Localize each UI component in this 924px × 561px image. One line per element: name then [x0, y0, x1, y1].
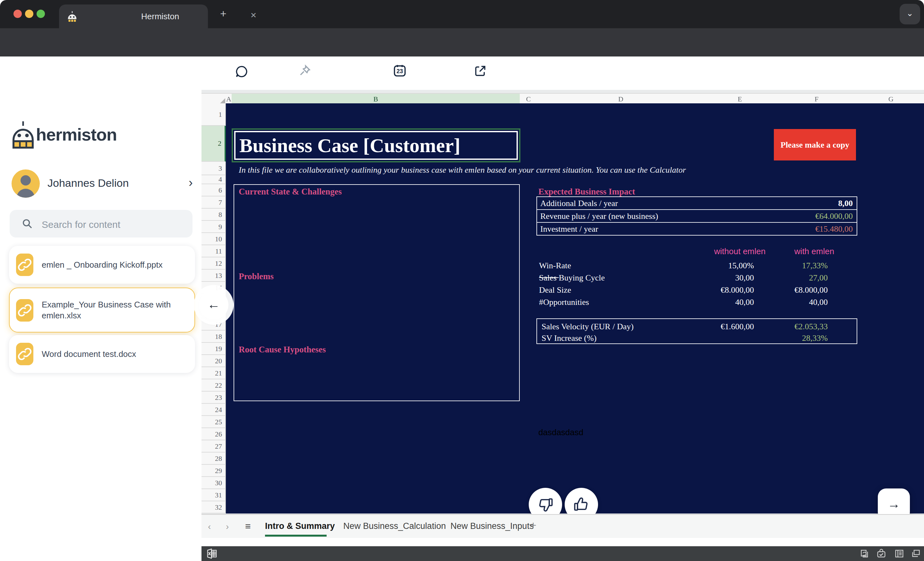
file-card-xlsx-selected[interactable]: Example_Your Business Case with emlen.xl… [9, 288, 195, 333]
row-header[interactable]: 19 [201, 343, 226, 355]
root-cause-heading[interactable]: Root Cause Hypotheses [239, 345, 326, 355]
row-header-2[interactable]: 2 [201, 126, 226, 162]
file-name: emlen _ Onboarding Kickoff.pptx [42, 260, 186, 270]
velocity-with-value[interactable]: €2.053,33 [749, 320, 828, 333]
sheet-tab-intro-summary[interactable]: Intro & Summary [265, 521, 335, 531]
search-box[interactable] [10, 210, 192, 237]
sheet-subtitle-cell[interactable]: In this file we are collaboratively outl… [239, 165, 686, 175]
row-header[interactable]: 12 [201, 257, 226, 270]
row-header[interactable]: 13 [201, 270, 226, 282]
column-header-a[interactable]: A [226, 93, 232, 104]
tabs-scroll-right-icon[interactable]: › [226, 521, 229, 531]
column-header-f[interactable]: F [775, 93, 858, 104]
new-tab-button[interactable]: + [216, 6, 231, 22]
velocity-without-value[interactable]: €1.600,00 [675, 320, 754, 333]
refresh-pages-icon[interactable] [860, 549, 870, 558]
row-header-1[interactable]: 1 [201, 104, 226, 126]
problems-heading[interactable]: Problems [239, 272, 274, 282]
row-header[interactable]: 8 [201, 208, 226, 221]
comparison-without-value[interactable]: 40,00 [675, 296, 754, 308]
reading-view-icon[interactable] [894, 549, 904, 558]
row-header[interactable]: 24 [201, 404, 226, 416]
with-emlen-header[interactable]: with emlen [779, 246, 850, 256]
sv-increase-label[interactable]: SV Increase (%) [542, 332, 596, 344]
column-header-e[interactable]: E [705, 93, 776, 104]
column-header-c[interactable]: C [520, 93, 538, 104]
sv-increase-with-value[interactable]: 28,33% [749, 332, 828, 344]
excel-logo-icon [207, 548, 218, 559]
comparison-label[interactable]: #Opportunities [539, 296, 589, 308]
impact-row[interactable]: Additional Deals / year 8,00 [537, 197, 856, 210]
sheet-tab-calculation[interactable]: New Business_Calculation [343, 521, 446, 531]
impact-row[interactable]: Revenue plus / year (new business) €64.0… [537, 210, 856, 223]
comparison-label[interactable]: Deal Size [539, 284, 571, 296]
comparison-with-value[interactable]: 27,00 [749, 272, 828, 284]
row-header[interactable]: 11 [201, 245, 226, 257]
sheet-title-cell[interactable]: Business Case [Customer] [239, 134, 460, 157]
row-header[interactable]: 6 [201, 184, 226, 196]
sheet-canvas[interactable]: Business Case [Customer] In this file we… [226, 104, 924, 513]
comparison-without-value[interactable]: 15,00% [675, 260, 754, 272]
column-header-d[interactable]: D [537, 93, 705, 104]
row-header-4[interactable]: 4 [201, 175, 226, 184]
sheet-list-menu-icon[interactable]: ≡ [245, 520, 251, 531]
sheet-tab-inputs[interactable]: New Business_Inputs [450, 521, 534, 531]
pin-icon[interactable] [298, 64, 311, 78]
row-header[interactable]: 28 [201, 453, 226, 465]
row-header[interactable]: 26 [201, 428, 226, 440]
row-header[interactable]: 32 [201, 501, 226, 513]
workbook-check-icon[interactable] [876, 549, 886, 558]
user-chevron-right-icon[interactable]: › [189, 176, 193, 190]
row-header[interactable]: 21 [201, 367, 226, 380]
comparison-label[interactable]: Win-Rate [539, 260, 571, 272]
tabs-scroll-left-icon[interactable]: ‹ [208, 521, 211, 531]
window-minimize-button[interactable] [25, 10, 33, 18]
comparison-without-value[interactable]: 30,00 [675, 272, 754, 284]
search-input[interactable] [40, 210, 188, 239]
row-header[interactable]: 27 [201, 440, 226, 453]
current-state-heading[interactable]: Current State & Challenges [239, 187, 342, 197]
tab-close-icon[interactable]: ✕ [250, 11, 256, 20]
row-header[interactable]: 30 [201, 477, 226, 489]
user-name[interactable]: Johannes Delion [48, 177, 129, 190]
row-header[interactable]: 29 [201, 465, 226, 477]
row-header[interactable]: 23 [201, 392, 226, 404]
row-header[interactable]: 17 [201, 318, 226, 331]
popout-windows-icon[interactable] [911, 549, 921, 558]
external-link-icon[interactable] [474, 64, 487, 78]
select-all-corner[interactable] [201, 93, 226, 104]
file-card-docx[interactable]: Word document test.docx [9, 335, 195, 373]
velocity-label[interactable]: Sales Velocity (EUR / Day) [542, 320, 634, 333]
spreadsheet-embed: A B C D E F G 1 2 3 4 678910111213141516… [201, 90, 924, 561]
without-emlen-header[interactable]: without emlen [705, 246, 775, 256]
row-header[interactable]: 22 [201, 380, 226, 392]
browser-tab[interactable]: Hermiston ✕ [59, 4, 208, 28]
tab-search-button[interactable]: ⌄ [900, 4, 920, 24]
collapse-sidebar-button[interactable]: ← [199, 290, 228, 320]
stray-cell-text[interactable]: dasdasdasd [538, 428, 583, 437]
column-header-g[interactable]: G [858, 93, 924, 104]
row-header[interactable]: 7 [201, 196, 226, 208]
window-close-button[interactable] [14, 10, 22, 18]
row-header[interactable]: 18 [201, 331, 226, 343]
comparison-without-value[interactable]: €8.000,00 [675, 284, 754, 296]
row-header[interactable]: 31 [201, 489, 226, 501]
comparison-label[interactable]: Sales Buying Cycle [539, 272, 605, 284]
row-header[interactable]: 9 [201, 221, 226, 233]
calendar-icon[interactable]: 23 [393, 63, 407, 78]
row-header-3[interactable]: 3 [201, 162, 226, 175]
add-sheet-icon[interactable]: + [530, 519, 536, 532]
comparison-with-value[interactable]: €8.000,00 [749, 284, 828, 296]
row-header[interactable]: 25 [201, 416, 226, 428]
user-avatar[interactable] [12, 170, 40, 198]
row-header[interactable]: 10 [201, 233, 226, 245]
comparison-with-value[interactable]: 40,00 [749, 296, 828, 308]
impact-row[interactable]: Investment / year €15.480,00 [537, 223, 856, 235]
row-header[interactable]: 20 [201, 355, 226, 367]
file-card-pptx[interactable]: emlen _ Onboarding Kickoff.pptx [9, 246, 195, 284]
chat-bubble-icon[interactable] [235, 65, 248, 78]
please-make-copy-button[interactable]: Please make a copy [774, 129, 856, 160]
impact-heading[interactable]: Expected Business Impact [538, 187, 635, 197]
comparison-with-value[interactable]: 17,33% [749, 260, 828, 272]
window-zoom-button[interactable] [37, 10, 45, 18]
